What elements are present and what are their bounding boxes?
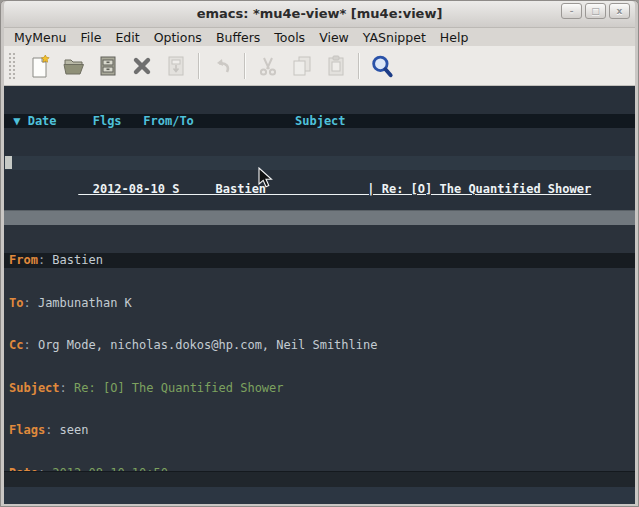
field-cc: Cc: Org Mode, nicholas.dokos@hp.com, Nei… [4, 338, 635, 353]
open-folder-icon [62, 54, 86, 78]
modeline-view[interactable]: *mu4e-view* ( 1, 0) [All/372] [mu4e:view… [4, 471, 635, 487]
menu-mymenu[interactable]: MyMenu [14, 30, 67, 45]
field-flags: Flags: seen [4, 423, 635, 438]
mu4e-headers-window: ▼ Date Flgs From/To Subject 2012-08-10 S… [4, 86, 635, 210]
copy-button[interactable] [287, 51, 317, 81]
field-from: From: Bastien [4, 253, 635, 268]
menu-file[interactable]: File [81, 30, 102, 45]
undo-button[interactable] [207, 51, 237, 81]
field-subject: Subject: Re: [O] The Quantified Shower [4, 381, 635, 396]
menu-tools[interactable]: Tools [274, 30, 305, 45]
search-button[interactable] [367, 51, 397, 81]
copy-icon [290, 54, 314, 78]
new-file-icon [28, 54, 52, 78]
toolbar-separator [358, 53, 360, 79]
toolbar-drag-handle[interactable] [8, 52, 17, 80]
close-button[interactable]: x [609, 3, 630, 19]
search-icon [369, 53, 395, 79]
menu-bar: MyMenu File Edit Options Buffers Tools V… [4, 27, 635, 46]
save-as-button[interactable] [161, 51, 191, 81]
text-cursor [5, 156, 12, 169]
mu4e-view-window: From: Bastien To: Jambunathan K Cc: Org … [4, 225, 635, 471]
save-icon [96, 54, 120, 78]
menu-buffers[interactable]: Buffers [216, 30, 260, 45]
window-controls: - □ x [561, 3, 630, 19]
tool-bar [4, 46, 635, 86]
titlebar[interactable]: emacs: *mu4e-view* [mu4e:view] - □ x [4, 1, 635, 27]
field-to: To: Jambunathan K [4, 296, 635, 311]
emacs-window: emacs: *mu4e-view* [mu4e:view] - □ x MyM… [0, 0, 639, 507]
open-file-button[interactable] [59, 51, 89, 81]
echo-area[interactable] [4, 487, 635, 504]
paste-icon [324, 54, 348, 78]
mouse-cursor [258, 167, 274, 189]
cut-button[interactable] [253, 51, 283, 81]
menu-edit[interactable]: Edit [115, 30, 139, 45]
header-row-selected[interactable]: 2012-08-10 S Bastien | Re: [O] The Quant… [4, 156, 635, 170]
headers-header-line[interactable]: ▼ Date Flgs From/To Subject [4, 114, 635, 128]
window-frame: emacs: *mu4e-view* [mu4e:view] - □ x MyM… [0, 0, 639, 507]
modeline-headers[interactable]: *mu4e-headers* ( 1, 0) [All/275] [mu4e-h… [4, 210, 635, 225]
save-as-icon [164, 54, 188, 78]
emacs-frame-content: ▼ Date Flgs From/To Subject 2012-08-10 S… [4, 86, 635, 504]
paste-button[interactable] [321, 51, 351, 81]
menu-yasnippet[interactable]: YASnippet [363, 30, 426, 45]
minimize-button[interactable]: - [561, 3, 582, 19]
toolbar-separator [198, 53, 200, 79]
cut-icon [256, 54, 280, 78]
toolbar-separator [244, 53, 246, 79]
undo-icon [210, 54, 234, 78]
close-x-icon [130, 54, 154, 78]
new-file-button[interactable] [25, 51, 55, 81]
window-title: emacs: *mu4e-view* [mu4e:view] [4, 1, 635, 27]
save-button[interactable] [93, 51, 123, 81]
menu-view[interactable]: View [319, 30, 349, 45]
menu-help[interactable]: Help [440, 30, 469, 45]
menu-options[interactable]: Options [154, 30, 202, 45]
maximize-button[interactable]: □ [585, 3, 606, 19]
header-row[interactable]: 2012-08-10 S Lanoxx | Re: Compiling glib… [4, 198, 635, 212]
delete-button[interactable] [127, 51, 157, 81]
